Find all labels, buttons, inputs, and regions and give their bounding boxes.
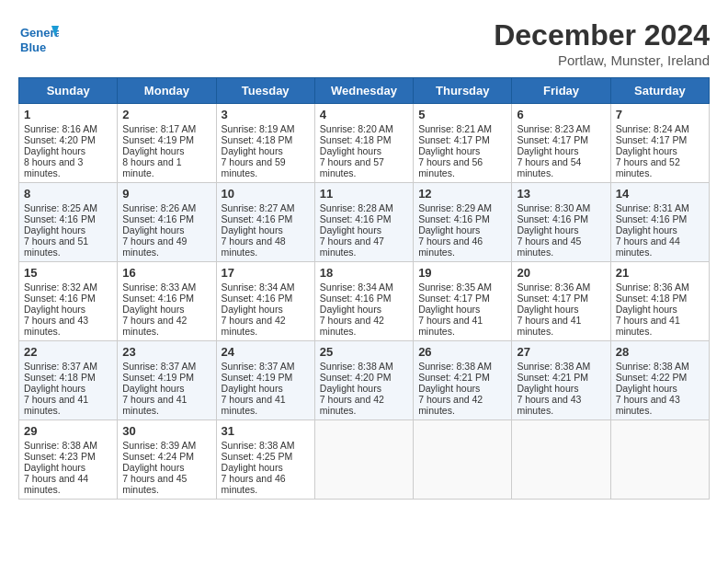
sunrise-label: Sunrise: 8:38 AM xyxy=(222,440,295,451)
daylight-label: Daylight hours xyxy=(320,304,381,315)
daylight-value: 7 hours and 52 minutes. xyxy=(616,156,680,178)
sunset-label: Sunset: 4:21 PM xyxy=(517,372,588,383)
daylight-label: Daylight hours xyxy=(616,304,677,315)
day-number: 9 xyxy=(122,187,210,201)
daylight-value: 7 hours and 45 minutes. xyxy=(517,236,581,258)
week-row-2: 8 Sunrise: 8:25 AM Sunset: 4:16 PM Dayli… xyxy=(19,183,710,262)
daylight-label: Daylight hours xyxy=(320,224,381,236)
daylight-value: 7 hours and 51 minutes. xyxy=(24,236,88,258)
day-number: 27 xyxy=(517,345,605,359)
day-number: 11 xyxy=(320,187,408,201)
sunset-label: Sunset: 4:17 PM xyxy=(517,293,588,304)
sunrise-label: Sunrise: 8:33 AM xyxy=(122,282,196,293)
sunrise-label: Sunrise: 8:38 AM xyxy=(418,361,492,372)
title-block: December 2024 Portlaw, Munster, Ireland xyxy=(494,18,710,68)
sunrise-label: Sunrise: 8:21 AM xyxy=(418,123,492,134)
sunset-label: Sunset: 4:17 PM xyxy=(418,134,490,145)
calendar-cell: 1 Sunrise: 8:16 AM Sunset: 4:20 PM Dayli… xyxy=(19,104,118,183)
calendar-cell: 15 Sunrise: 8:32 AM Sunset: 4:16 PM Dayl… xyxy=(19,262,118,341)
calendar-cell: 7 Sunrise: 8:24 AM Sunset: 4:17 PM Dayli… xyxy=(610,104,709,183)
sunrise-label: Sunrise: 8:30 AM xyxy=(517,202,590,213)
daylight-value: 7 hours and 54 minutes. xyxy=(517,156,581,178)
daylight-label: Daylight hours xyxy=(24,224,85,236)
col-monday: Monday xyxy=(118,78,216,104)
daylight-label: Daylight hours xyxy=(320,145,381,156)
calendar-cell: 5 Sunrise: 8:21 AM Sunset: 4:17 PM Dayli… xyxy=(414,104,512,183)
sunset-label: Sunset: 4:17 PM xyxy=(418,293,490,304)
sunrise-label: Sunrise: 8:38 AM xyxy=(24,440,97,451)
sunrise-label: Sunrise: 8:24 AM xyxy=(616,123,689,134)
sunrise-label: Sunrise: 8:37 AM xyxy=(122,361,196,372)
sunrise-label: Sunrise: 8:31 AM xyxy=(616,202,689,213)
page-header: General Blue December 2024 Portlaw, Muns… xyxy=(18,18,710,68)
calendar-cell xyxy=(414,420,512,500)
calendar-cell: 26 Sunrise: 8:38 AM Sunset: 4:21 PM Dayl… xyxy=(414,341,512,420)
daylight-value: 7 hours and 49 minutes. xyxy=(122,236,187,258)
daylight-label: Daylight hours xyxy=(122,224,184,236)
week-row-4: 22 Sunrise: 8:37 AM Sunset: 4:18 PM Dayl… xyxy=(19,341,710,420)
sunrise-label: Sunrise: 8:35 AM xyxy=(418,282,492,293)
calendar-cell: 18 Sunrise: 8:34 AM Sunset: 4:16 PM Dayl… xyxy=(314,262,413,341)
daylight-value: 7 hours and 41 minutes. xyxy=(24,394,88,416)
day-number: 13 xyxy=(517,187,605,201)
calendar-cell: 28 Sunrise: 8:38 AM Sunset: 4:22 PM Dayl… xyxy=(610,341,709,420)
sunset-label: Sunset: 4:16 PM xyxy=(517,213,588,224)
day-number: 7 xyxy=(616,108,704,121)
daylight-value: 7 hours and 43 minutes. xyxy=(24,315,88,337)
location: Portlaw, Munster, Ireland xyxy=(494,52,710,68)
calendar-cell: 20 Sunrise: 8:36 AM Sunset: 4:17 PM Dayl… xyxy=(512,262,610,341)
daylight-value: 7 hours and 56 minutes. xyxy=(418,156,483,178)
calendar-cell: 9 Sunrise: 8:26 AM Sunset: 4:16 PM Dayli… xyxy=(118,183,216,262)
day-number: 16 xyxy=(122,266,210,280)
col-tuesday: Tuesday xyxy=(216,78,314,104)
daylight-label: Daylight hours xyxy=(517,383,578,394)
calendar-cell: 23 Sunrise: 8:37 AM Sunset: 4:19 PM Dayl… xyxy=(118,341,216,420)
calendar-cell: 29 Sunrise: 8:38 AM Sunset: 4:23 PM Dayl… xyxy=(19,420,118,500)
sunrise-label: Sunrise: 8:29 AM xyxy=(418,202,492,213)
sunrise-label: Sunrise: 8:28 AM xyxy=(320,202,393,213)
sunrise-label: Sunrise: 8:23 AM xyxy=(517,123,590,134)
daylight-value: 7 hours and 41 minutes. xyxy=(122,394,187,416)
daylight-value: 7 hours and 42 minutes. xyxy=(320,315,384,337)
daylight-label: Daylight hours xyxy=(222,224,283,236)
calendar-cell: 24 Sunrise: 8:37 AM Sunset: 4:19 PM Dayl… xyxy=(216,341,314,420)
sunrise-label: Sunrise: 8:36 AM xyxy=(616,282,689,293)
week-row-1: 1 Sunrise: 8:16 AM Sunset: 4:20 PM Dayli… xyxy=(19,104,710,183)
daylight-value: 7 hours and 43 minutes. xyxy=(616,394,680,416)
daylight-value: 7 hours and 45 minutes. xyxy=(122,473,187,495)
daylight-label: Daylight hours xyxy=(24,462,85,473)
sunrise-label: Sunrise: 8:16 AM xyxy=(24,123,97,134)
sunset-label: Sunset: 4:16 PM xyxy=(418,213,490,224)
day-number: 3 xyxy=(222,108,310,121)
calendar-cell: 19 Sunrise: 8:35 AM Sunset: 4:17 PM Dayl… xyxy=(414,262,512,341)
daylight-value: 7 hours and 47 minutes. xyxy=(320,236,384,258)
sunset-label: Sunset: 4:18 PM xyxy=(222,134,293,145)
sunset-label: Sunset: 4:16 PM xyxy=(222,293,293,304)
daylight-value: 7 hours and 57 minutes. xyxy=(320,156,384,178)
sunset-label: Sunset: 4:21 PM xyxy=(418,372,490,383)
daylight-value: 7 hours and 42 minutes. xyxy=(122,315,187,337)
daylight-value: 7 hours and 41 minutes. xyxy=(616,315,680,337)
sunset-label: Sunset: 4:19 PM xyxy=(122,134,194,145)
calendar-cell: 10 Sunrise: 8:27 AM Sunset: 4:16 PM Dayl… xyxy=(216,183,314,262)
day-number: 18 xyxy=(320,266,408,280)
daylight-label: Daylight hours xyxy=(222,304,283,315)
daylight-value: 7 hours and 42 minutes. xyxy=(320,394,384,416)
sunset-label: Sunset: 4:25 PM xyxy=(222,451,293,462)
calendar-cell: 6 Sunrise: 8:23 AM Sunset: 4:17 PM Dayli… xyxy=(512,104,610,183)
sunset-label: Sunset: 4:16 PM xyxy=(222,213,293,224)
calendar-cell xyxy=(314,420,413,500)
sunrise-label: Sunrise: 8:26 AM xyxy=(122,202,196,213)
calendar-cell: 11 Sunrise: 8:28 AM Sunset: 4:16 PM Dayl… xyxy=(314,183,413,262)
day-number: 5 xyxy=(418,108,506,121)
daylight-value: 7 hours and 46 minutes. xyxy=(222,473,286,495)
daylight-label: Daylight hours xyxy=(24,383,85,394)
daylight-label: Daylight hours xyxy=(122,383,184,394)
sunrise-label: Sunrise: 8:17 AM xyxy=(122,123,196,134)
daylight-label: Daylight hours xyxy=(122,145,184,156)
daylight-value: 7 hours and 42 minutes. xyxy=(222,315,286,337)
calendar-cell xyxy=(610,420,709,500)
calendar-cell: 3 Sunrise: 8:19 AM Sunset: 4:18 PM Dayli… xyxy=(216,104,314,183)
daylight-label: Daylight hours xyxy=(616,383,677,394)
calendar-cell: 13 Sunrise: 8:30 AM Sunset: 4:16 PM Dayl… xyxy=(512,183,610,262)
